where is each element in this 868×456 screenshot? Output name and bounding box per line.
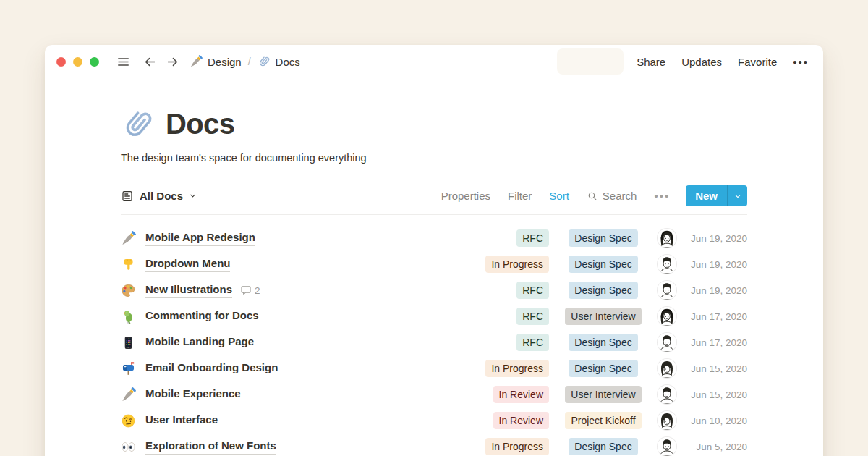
close-window-button[interactable] (56, 57, 66, 67)
paintbrush-icon (121, 387, 136, 402)
updates-button[interactable]: Updates (681, 56, 722, 68)
app-window: Design / Docs Share Updates Favorite •••… (45, 45, 823, 456)
toolbar-more-button[interactable]: ••• (654, 190, 670, 202)
status-badge: RFC (516, 229, 549, 247)
category-cell[interactable]: Design Spec (558, 334, 648, 351)
status-cell[interactable]: RFC (464, 334, 549, 351)
hover-highlight (557, 48, 624, 75)
status-badge: In Review (493, 412, 549, 429)
table-row[interactable]: Dropdown MenuIn ProgressDesign SpecJun 1… (121, 251, 747, 277)
avatar (658, 281, 676, 300)
category-cell[interactable]: User Interview (558, 308, 648, 325)
paperclip-icon (258, 55, 271, 68)
category-cell[interactable]: Design Spec (558, 360, 648, 377)
chevron-down-icon (189, 192, 197, 200)
eyes-icon (121, 439, 136, 455)
date-cell[interactable]: Jun 19, 2020 (685, 285, 747, 296)
status-cell[interactable]: In Review (464, 386, 549, 403)
filter-button[interactable]: Filter (508, 190, 532, 202)
status-cell[interactable]: In Progress (464, 256, 549, 273)
doc-title-link[interactable]: Mobile Landing Page (145, 334, 254, 350)
avatar-woman-bob-icon (658, 411, 676, 430)
date-cell[interactable]: Jun 17, 2020 (685, 337, 747, 348)
doc-title-link[interactable]: Email Onboarding Design (145, 360, 278, 376)
back-arrow-icon[interactable] (143, 55, 157, 69)
table-row[interactable]: Commenting for DocsRFCUser InterviewJun … (121, 303, 747, 329)
table-row[interactable]: User InterfaceIn ReviewProject KickoffJu… (121, 408, 747, 434)
window-topbar: Design / Docs Share Updates Favorite ••• (45, 45, 823, 78)
date-cell[interactable]: Jun 19, 2020 (685, 233, 747, 244)
category-cell[interactable]: Design Spec (558, 282, 648, 299)
avatar-woman-headphones-icon (658, 307, 676, 326)
avatar-man-icon (658, 385, 676, 404)
doc-title-link[interactable]: User Interface (145, 413, 218, 428)
more-options-button[interactable]: ••• (793, 56, 809, 68)
category-cell[interactable]: Design Spec (558, 438, 648, 455)
status-badge: RFC (516, 308, 549, 325)
category-cell[interactable]: User Interview (558, 386, 648, 403)
date-cell[interactable]: Jun 15, 2020 (685, 389, 747, 400)
date-cell[interactable]: Jun 17, 2020 (685, 311, 747, 322)
status-cell[interactable]: RFC (464, 308, 549, 325)
share-button[interactable]: Share (637, 56, 665, 68)
category-badge: User Interview (565, 386, 641, 403)
hamburger-menu-icon[interactable] (116, 55, 130, 69)
avatar (658, 229, 676, 248)
category-cell[interactable]: Design Spec (558, 256, 648, 273)
table-row[interactable]: New Illustrations2RFCDesign SpecJun 19, … (121, 277, 747, 303)
page-icon-paperclip[interactable] (121, 107, 155, 141)
category-cell[interactable]: Design Spec (558, 229, 648, 247)
table-row[interactable]: Mobile ExperienceIn ReviewUser Interview… (121, 381, 747, 408)
status-cell[interactable]: RFC (464, 282, 549, 299)
date-cell[interactable]: Jun 19, 2020 (685, 259, 747, 270)
doc-title-link[interactable]: Dropdown Menu (145, 256, 230, 272)
table-row[interactable]: Mobile App RedesignRFCDesign SpecJun 19,… (121, 225, 747, 251)
doc-title-link[interactable]: Mobile App Redesign (145, 230, 255, 246)
category-cell[interactable]: Project Kickoff (558, 412, 648, 429)
avatar (658, 385, 676, 404)
avatar-woman-headphones-icon (658, 229, 676, 248)
avatar (658, 437, 676, 456)
doc-title-link[interactable]: Exploration of New Fonts (145, 439, 276, 455)
status-cell[interactable]: In Progress (464, 360, 549, 377)
properties-button[interactable]: Properties (441, 190, 490, 202)
new-button-caret[interactable] (728, 192, 747, 200)
avatar-man-icon (658, 333, 676, 352)
comment-count[interactable]: 2 (240, 284, 260, 296)
table-row[interactable]: Email Onboarding DesignIn ProgressDesign… (121, 355, 747, 381)
docs-table: Mobile App RedesignRFCDesign SpecJun 19,… (121, 225, 747, 456)
date-cell[interactable]: Jun 15, 2020 (685, 363, 747, 374)
status-cell[interactable]: In Progress (464, 438, 549, 455)
category-badge: Project Kickoff (565, 412, 641, 429)
category-badge: Design Spec (569, 282, 637, 299)
category-badge: Design Spec (569, 229, 637, 247)
category-badge: Design Spec (569, 256, 637, 273)
search-button[interactable]: Search (587, 190, 637, 202)
doc-title-link[interactable]: Mobile Experience (145, 387, 241, 402)
zoom-window-button[interactable] (90, 57, 99, 67)
breadcrumb-docs-label: Docs (276, 56, 300, 68)
forward-arrow-icon[interactable] (166, 55, 179, 69)
table-row[interactable]: Mobile Landing PageRFCDesign SpecJun 17,… (121, 329, 747, 355)
avatar-man-icon (658, 255, 676, 274)
new-button[interactable]: New (686, 185, 727, 206)
status-badge: RFC (516, 282, 549, 299)
status-badge: In Progress (485, 256, 549, 273)
favorite-button[interactable]: Favorite (738, 56, 777, 68)
doc-title-link[interactable]: Commenting for Docs (145, 308, 259, 324)
table-row[interactable]: Exploration of New FontsIn ProgressDesig… (121, 434, 747, 456)
status-cell[interactable]: In Review (464, 412, 549, 429)
view-switcher[interactable]: All Docs (121, 190, 197, 203)
mailbox-icon (121, 361, 136, 376)
breadcrumb-docs[interactable]: Docs (258, 55, 300, 68)
minimize-window-button[interactable] (73, 57, 82, 67)
sort-button[interactable]: Sort (549, 190, 569, 202)
date-cell[interactable]: Jun 10, 2020 (685, 415, 747, 426)
pointing-down-icon (121, 257, 136, 272)
date-cell[interactable]: Jun 5, 2020 (685, 442, 747, 452)
doc-title-link[interactable]: New Illustrations (145, 282, 232, 298)
traffic-lights (56, 57, 106, 67)
breadcrumb-design[interactable]: Design (190, 55, 242, 68)
status-badge: In Progress (485, 360, 549, 377)
status-cell[interactable]: RFC (464, 229, 549, 247)
